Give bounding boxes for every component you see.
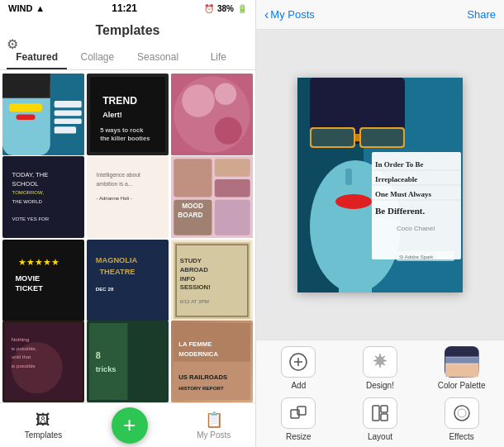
- svg-rect-102: [381, 406, 388, 412]
- svg-rect-32: [215, 179, 250, 197]
- template-thumb[interactable]: ★★★★★ MOVIE TICKET: [2, 240, 84, 321]
- svg-text:In Order To Be: In Order To Be: [375, 160, 424, 169]
- layout-label: Layout: [368, 432, 392, 441]
- svg-rect-79: [339, 259, 372, 292]
- template-grid: TREND Alert! 5 ways to rock the killer b…: [0, 70, 255, 402]
- svg-text:US RAILROADS: US RAILROADS: [178, 373, 227, 381]
- tab-life[interactable]: Life: [188, 46, 249, 69]
- bottom-tab-myposts[interactable]: 📋 My Posts: [197, 411, 231, 440]
- status-right: ⏰ 38% 🔋: [204, 4, 247, 13]
- layout-icon: [363, 397, 397, 429]
- template-thumb[interactable]: Intelligence about ambition is a... - Ad…: [87, 156, 169, 238]
- svg-text:ambition is a...: ambition is a...: [97, 181, 133, 187]
- svg-rect-31: [215, 159, 250, 177]
- share-button[interactable]: Share: [467, 8, 496, 21]
- myposts-icon: 📋: [205, 411, 223, 429]
- svg-rect-41: [89, 242, 166, 319]
- svg-rect-7: [55, 118, 82, 124]
- svg-rect-77: [345, 169, 352, 185]
- effects-icon: [445, 397, 479, 429]
- template-thumb[interactable]: TREND Alert! 5 ways to rock the killer b…: [87, 74, 169, 155]
- svg-text:6/12 AT 2PM: 6/12 AT 2PM: [180, 298, 209, 304]
- template-thumb[interactable]: MOOD BOARD: [171, 156, 253, 238]
- color-palette-icon: [445, 346, 479, 378]
- design-tool[interactable]: Design!: [341, 344, 420, 392]
- svg-text:the killer booties: the killer booties: [100, 135, 150, 142]
- effects-tool[interactable]: Effects: [422, 396, 501, 445]
- toolbar: Add Design! Color Palette: [256, 340, 504, 447]
- svg-text:INFO: INFO: [180, 274, 196, 282]
- svg-text:Be Different.: Be Different.: [375, 206, 426, 216]
- back-label: My Posts: [270, 8, 314, 21]
- color-palette-label: Color Palette: [438, 381, 486, 390]
- wifi-icon: ▲: [36, 3, 45, 13]
- template-thumb[interactable]: Nothing is possible, until that is possi…: [2, 321, 84, 402]
- template-thumb[interactable]: [171, 74, 253, 155]
- svg-rect-96: [445, 357, 478, 364]
- status-bar: WIND ▲ 11:21 ⏰ 38% 🔋: [0, 0, 255, 17]
- svg-rect-75: [311, 129, 354, 146]
- color-palette-tool[interactable]: Color Palette: [422, 344, 501, 392]
- effects-label: Effects: [449, 432, 473, 441]
- svg-rect-59: [89, 323, 128, 400]
- svg-rect-3: [9, 103, 42, 112]
- template-thumb[interactable]: MAGNOLIA THEATRE DEC 28: [87, 240, 169, 321]
- svg-rect-4: [17, 115, 36, 121]
- svg-point-78: [335, 194, 372, 209]
- svg-point-16: [182, 84, 215, 117]
- template-thumb[interactable]: 8 tricks: [87, 321, 169, 402]
- svg-text:STUDY: STUDY: [180, 256, 202, 264]
- svg-text:is possible,: is possible,: [12, 345, 37, 350]
- tabs-bar: Featured Collage Seasonal Life: [0, 46, 255, 70]
- back-button[interactable]: ‹ My Posts: [264, 7, 315, 22]
- battery-icon: 🔋: [237, 4, 247, 13]
- svg-text:ABROAD: ABROAD: [180, 265, 208, 273]
- svg-point-17: [215, 117, 242, 145]
- add-fab-button[interactable]: +: [112, 407, 148, 444]
- right-header: ‹ My Posts Share: [256, 0, 504, 30]
- template-thumb[interactable]: STUDY ABROAD INFO SESSION! 6/12 AT 2PM: [171, 240, 253, 321]
- svg-text:5 ways to rock: 5 ways to rock: [100, 126, 144, 134]
- svg-rect-74: [355, 134, 359, 141]
- svg-text:is possible: is possible: [12, 363, 36, 369]
- svg-point-18: [215, 83, 236, 105]
- svg-text:DEC 28: DEC 28: [96, 285, 114, 291]
- svg-text:THEATRE: THEATRE: [99, 267, 135, 275]
- svg-text:TOMORROW,: TOMORROW,: [12, 191, 45, 196]
- add-tool[interactable]: Add: [259, 344, 338, 392]
- svg-text:Intelligence about: Intelligence about: [97, 172, 141, 178]
- tab-seasonal[interactable]: Seasonal: [128, 46, 188, 69]
- tab-collage[interactable]: Collage: [67, 46, 127, 69]
- resize-icon: [281, 397, 316, 429]
- svg-text:THE WORLD: THE WORLD: [12, 199, 43, 204]
- battery: 38%: [217, 4, 234, 13]
- svg-text:MOOD: MOOD: [182, 202, 203, 210]
- chevron-left-icon: ‹: [264, 7, 269, 22]
- svg-text:TODAY, THE: TODAY, THE: [12, 171, 49, 178]
- left-panel: WIND ▲ 11:21 ⏰ 38% 🔋 ⚙ Templates Feature…: [0, 0, 256, 447]
- canvas-content[interactable]: In Order To Be Irreplaceable One Must Al…: [297, 78, 463, 292]
- svg-rect-103: [381, 414, 388, 421]
- svg-text:VOTE YES FOR: VOTE YES FOR: [12, 217, 50, 222]
- svg-point-105: [458, 409, 466, 417]
- time: 11:21: [112, 2, 137, 14]
- gear-icon[interactable]: ⚙: [7, 36, 18, 52]
- layout-tool[interactable]: Layout: [341, 396, 420, 445]
- template-thumb[interactable]: LA FEMME MODERNICA US RAILROADS HISTORY …: [171, 321, 253, 402]
- svg-text:HISTORY REPORT: HISTORY REPORT: [178, 384, 224, 390]
- template-thumb[interactable]: TODAY, THE SCHOOL TOMORROW, THE WORLD VO…: [2, 156, 84, 238]
- svg-text:TREND: TREND: [102, 95, 137, 107]
- svg-text:TICKET: TICKET: [15, 283, 43, 292]
- svg-rect-95: [445, 364, 478, 377]
- bottom-tab-templates[interactable]: 🖼 Templates: [25, 411, 63, 440]
- svg-text:until that: until that: [12, 354, 31, 359]
- svg-rect-30: [174, 159, 212, 197]
- template-thumb[interactable]: [2, 74, 84, 155]
- carrier: WIND: [8, 3, 32, 13]
- svg-rect-101: [373, 406, 379, 421]
- resize-tool[interactable]: Resize: [259, 396, 338, 445]
- svg-text:Coco Chanel: Coco Chanel: [397, 225, 435, 232]
- design-icon: [363, 346, 397, 378]
- add-label: Add: [291, 381, 306, 390]
- right-panel: ‹ My Posts Share: [256, 0, 504, 447]
